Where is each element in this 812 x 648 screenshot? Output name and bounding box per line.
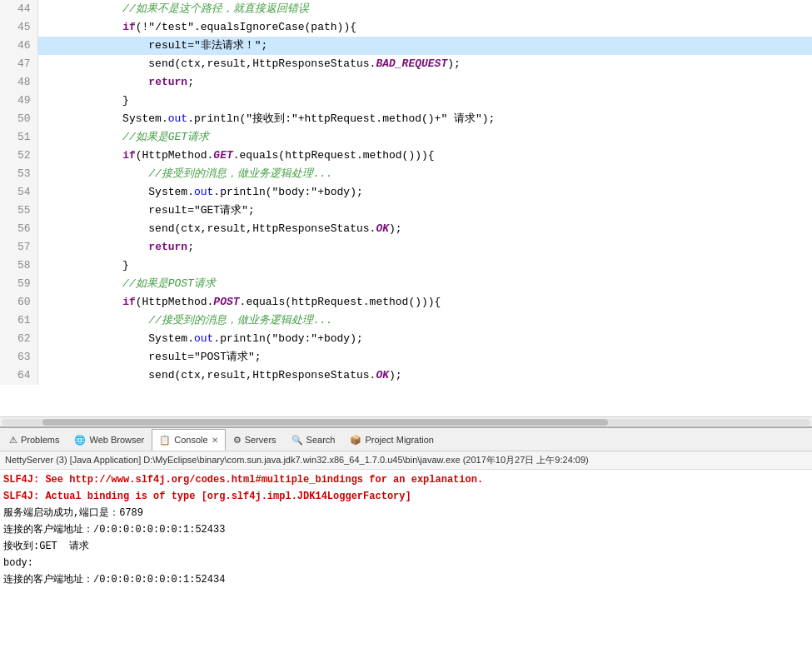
line-code: send(ctx,result,HttpResponseStatus.BAD_R… <box>37 55 812 73</box>
line-code: //如果不是这个路径，就直接返回错误 <box>37 0 812 18</box>
line-number: 48 <box>0 73 37 92</box>
web-browser-tab-icon: 🌐 <box>74 435 86 446</box>
console-line: 连接的客户端地址：/0:0:0:0:0:0:0:1:52434 <box>3 571 809 588</box>
console-line: body: <box>3 555 809 571</box>
line-number: 57 <box>0 238 37 257</box>
scrollbar-track[interactable] <box>2 419 810 426</box>
line-code: result="GET请求"; <box>37 202 812 220</box>
line-code: //如果是GET请求 <box>37 128 812 147</box>
line-code: return; <box>37 73 812 92</box>
code-editor: 44 //如果不是这个路径，就直接返回错误45 if(!"/test".equa… <box>0 0 812 416</box>
line-number: 46 <box>0 37 37 55</box>
code-line-53: 53 //接受到的消息，做业务逻辑处理... <box>0 165 812 183</box>
line-code: System.out.println("body:"+body); <box>37 183 812 202</box>
code-line-46: 46 result="非法请求！"; <box>0 37 812 55</box>
code-line-62: 62 System.out.println("body:"+body); <box>0 330 812 348</box>
code-line-49: 49 } <box>0 92 812 110</box>
code-line-48: 48 return; <box>0 73 812 92</box>
scrollbar-thumb[interactable] <box>42 419 609 426</box>
web-browser-tab-label: Web Browser <box>89 435 144 445</box>
line-number: 55 <box>0 202 37 220</box>
tab-web-browser[interactable]: 🌐Web Browser <box>67 429 152 451</box>
line-code: return; <box>37 238 812 257</box>
problems-tab-icon: ⚠ <box>9 435 17 446</box>
code-line-60: 60 if(HttpMethod.POST.equals(httpRequest… <box>0 293 812 312</box>
console-header: NettyServer (3) [Java Application] D:\My… <box>0 451 812 470</box>
line-number: 64 <box>0 366 37 385</box>
code-line-57: 57 return; <box>0 238 812 257</box>
line-code: send(ctx,result,HttpResponseStatus.OK); <box>37 220 812 238</box>
line-number: 53 <box>0 165 37 183</box>
line-code: } <box>37 92 812 110</box>
tab-search[interactable]: 🔍Search <box>284 429 343 451</box>
line-number: 61 <box>0 312 37 330</box>
line-code: //如果是POST请求 <box>37 275 812 293</box>
line-code: if(HttpMethod.GET.equals(httpRequest.met… <box>37 147 812 165</box>
search-tab-label: Search <box>306 435 336 445</box>
line-code: result="POST请求"; <box>37 348 812 366</box>
code-line-55: 55 result="GET请求"; <box>0 202 812 220</box>
console-tab-label: Console <box>174 435 207 445</box>
line-number: 45 <box>0 18 37 37</box>
code-line-61: 61 //接受到的消息，做业务逻辑处理... <box>0 312 812 330</box>
servers-tab-label: Servers <box>245 435 276 445</box>
line-number: 58 <box>0 257 37 275</box>
code-line-64: 64 send(ctx,result,HttpResponseStatus.OK… <box>0 366 812 385</box>
line-number: 51 <box>0 128 37 147</box>
tab-project-migration[interactable]: 📦Project Migration <box>342 429 441 451</box>
problems-tab-label: Problems <box>21 435 59 445</box>
console-tab-icon: 📋 <box>159 435 171 446</box>
tab-servers[interactable]: ⚙Servers <box>226 429 284 451</box>
code-line-44: 44 //如果不是这个路径，就直接返回错误 <box>0 0 812 18</box>
line-number: 59 <box>0 275 37 293</box>
line-number: 52 <box>0 147 37 165</box>
code-line-59: 59 //如果是POST请求 <box>0 275 812 293</box>
code-line-63: 63 result="POST请求"; <box>0 348 812 366</box>
line-number: 44 <box>0 0 37 18</box>
bottom-panel: ⚠Problems🌐Web Browser📋Console ✕⚙Servers🔍… <box>0 426 812 648</box>
code-line-45: 45 if(!"/test".equalsIgnoreCase(path)){ <box>0 18 812 37</box>
console-header-text: NettyServer (3) [Java Application] D:\My… <box>5 454 589 466</box>
tab-problems[interactable]: ⚠Problems <box>2 429 67 451</box>
line-number: 54 <box>0 183 37 202</box>
line-number: 60 <box>0 293 37 312</box>
line-number: 49 <box>0 92 37 110</box>
code-line-51: 51 //如果是GET请求 <box>0 128 812 147</box>
line-code: result="非法请求！"; <box>37 37 812 55</box>
line-code: //接受到的消息，做业务逻辑处理... <box>37 165 812 183</box>
code-line-58: 58 } <box>0 257 812 275</box>
line-code: if(HttpMethod.POST.equals(httpRequest.me… <box>37 293 812 312</box>
code-table: 44 //如果不是这个路径，就直接返回错误45 if(!"/test".equa… <box>0 0 812 385</box>
tab-console[interactable]: 📋Console ✕ <box>152 429 225 451</box>
console-line: 服务端启动成功,端口是：6789 <box>3 505 809 521</box>
console-line: 连接的客户端地址：/0:0:0:0:0:0:0:1:52433 <box>3 521 809 538</box>
console-output: SLF4J: See http://www.slf4j.org/codes.ht… <box>0 470 812 648</box>
line-code: //接受到的消息，做业务逻辑处理... <box>37 312 812 330</box>
console-close-button[interactable]: ✕ <box>212 436 218 445</box>
line-number: 50 <box>0 110 37 128</box>
code-line-50: 50 System.out.println("接收到:"+httpRequest… <box>0 110 812 128</box>
line-code: send(ctx,result,HttpResponseStatus.OK); <box>37 366 812 385</box>
servers-tab-icon: ⚙ <box>233 435 242 446</box>
console-line: 接收到:GET 请求 <box>3 538 809 555</box>
project-migration-tab-label: Project Migration <box>365 435 434 445</box>
line-code: if(!"/test".equalsIgnoreCase(path)){ <box>37 18 812 37</box>
line-number: 63 <box>0 348 37 366</box>
line-number: 47 <box>0 55 37 73</box>
search-tab-icon: 🔍 <box>291 435 303 446</box>
code-line-47: 47 send(ctx,result,HttpResponseStatus.BA… <box>0 55 812 73</box>
code-line-52: 52 if(HttpMethod.GET.equals(httpRequest.… <box>0 147 812 165</box>
project-migration-tab-icon: 📦 <box>350 435 361 446</box>
console-line: SLF4J: See http://www.slf4j.org/codes.ht… <box>3 471 809 488</box>
line-number: 62 <box>0 330 37 348</box>
tab-bar: ⚠Problems🌐Web Browser📋Console ✕⚙Servers🔍… <box>0 428 812 451</box>
code-scrollbar[interactable] <box>0 416 812 426</box>
code-line-54: 54 System.out.println("body:"+body); <box>0 183 812 202</box>
console-line: SLF4J: Actual binding is of type [org.sl… <box>3 488 809 505</box>
line-number: 56 <box>0 220 37 238</box>
code-line-56: 56 send(ctx,result,HttpResponseStatus.OK… <box>0 220 812 238</box>
line-code: } <box>37 257 812 275</box>
line-code: System.out.println("body:"+body); <box>37 330 812 348</box>
line-code: System.out.println("接收到:"+httpRequest.me… <box>37 110 812 128</box>
